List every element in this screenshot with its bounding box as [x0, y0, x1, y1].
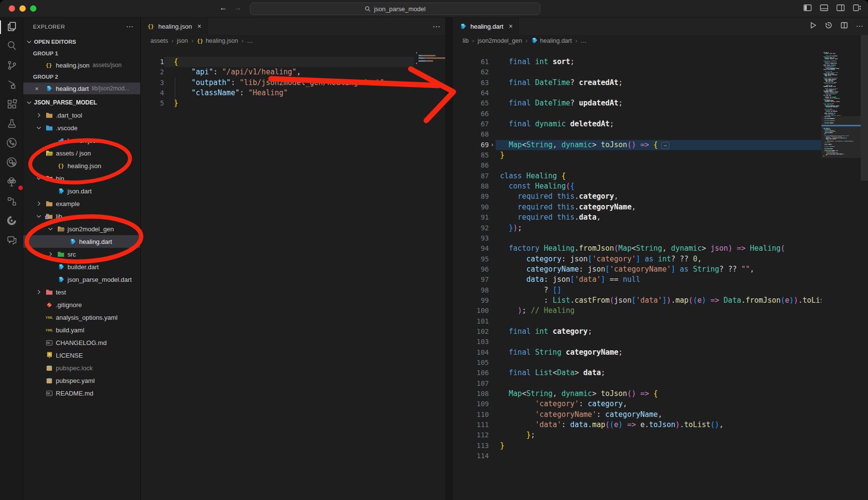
- tree-item-src[interactable]: src: [23, 248, 140, 260]
- line-number: 106: [453, 368, 489, 378]
- breadcrumb-item[interactable]: assets: [150, 37, 168, 44]
- activity-item-search[interactable]: [0, 37, 23, 56]
- json-editor[interactable]: 1{2 "api": "/api/v1/healing",3 "outpath"…: [141, 47, 445, 500]
- breadcrumb-item[interactable]: …: [581, 37, 587, 44]
- editor-sash[interactable]: [445, 17, 453, 500]
- tree-item-json-dart[interactable]: json.dart: [23, 185, 140, 197]
- tab-healing-dart[interactable]: healing.dart ×: [453, 17, 519, 35]
- fold-gutter: [489, 243, 496, 254]
- activity-item-todo-tree[interactable]: [0, 173, 23, 192]
- open-editor-item-healing.json[interactable]: {}healing.jsonassets/json: [23, 59, 140, 71]
- activity-item-swirl[interactable]: [0, 212, 23, 231]
- breadcrumb-item[interactable]: …: [247, 37, 253, 44]
- activity-item-source-control[interactable]: [0, 56, 23, 76]
- tree-item-assets-json[interactable]: assets / json: [23, 147, 140, 159]
- minimap-line: [827, 66, 832, 67]
- tree-item-bin[interactable]: bin: [23, 172, 140, 185]
- folder-src-icon: [57, 250, 65, 258]
- fold-chevron-icon[interactable]: ›: [489, 140, 496, 150]
- zoom-window-icon[interactable]: [30, 5, 36, 12]
- split-editor-icon[interactable]: [840, 21, 848, 31]
- code-text: [496, 337, 868, 347]
- editor-group-json[interactable]: {} healing.json × ⋯ assets›json›{}healin…: [141, 17, 445, 500]
- tree-item-lib[interactable]: lib: [23, 210, 140, 223]
- tree-item-healing-json[interactable]: {}healing.json: [23, 159, 140, 172]
- open-editors-group-label: GROUP 1: [23, 48, 140, 59]
- activity-item-testing[interactable]: [0, 115, 23, 134]
- tree-item--vscode[interactable]: .vscode: [23, 121, 140, 134]
- close-icon[interactable]: ×: [35, 85, 42, 92]
- editor-group-dart[interactable]: healing.dart × ⋯ lib›json2model_gen›heal…: [453, 17, 868, 500]
- tree-item-builder-dart[interactable]: builder.dart: [23, 260, 140, 273]
- open-editors-group-label: GROUP 2: [23, 71, 140, 83]
- tree-item--gitignore[interactable]: .gitignore: [23, 298, 140, 311]
- minimap-line: [828, 83, 831, 84]
- breadcrumb-item[interactable]: {}healing.json: [197, 37, 238, 44]
- activity-item-explorer[interactable]: [0, 17, 23, 37]
- minimap-line: [830, 69, 835, 70]
- editor-more-icon[interactable]: ⋯: [433, 22, 440, 31]
- activity-item-extensions[interactable]: [0, 95, 23, 115]
- minimap-line: [434, 55, 435, 56]
- minimap[interactable]: [414, 47, 445, 500]
- close-tab-icon[interactable]: ×: [197, 22, 201, 30]
- fold-gutter: [489, 399, 496, 409]
- activity-item-run-debug[interactable]: [0, 76, 23, 95]
- command-center-search[interactable]: json_parse_model: [250, 2, 540, 15]
- tree-item--dart-tool[interactable]: .dart_tool: [23, 109, 140, 121]
- explorer-more-icon[interactable]: ⋯: [126, 22, 134, 31]
- tree-item-json2model-gen[interactable]: json2model_gen: [23, 223, 140, 235]
- close-window-icon[interactable]: [9, 5, 15, 12]
- tree-item-build-yaml[interactable]: YMLbuild.yaml: [23, 324, 140, 336]
- project-root[interactable]: JSON_PARSE_MODEL: [23, 96, 140, 109]
- tree-item-pubspec-lock[interactable]: pubspec.lock: [23, 362, 140, 374]
- activity-item-chat[interactable]: [0, 231, 23, 251]
- history-icon[interactable]: [825, 21, 833, 31]
- minimap-line: [825, 101, 830, 102]
- tree-item-test[interactable]: test: [23, 286, 140, 298]
- layout-sidebar-left-icon[interactable]: [803, 4, 812, 12]
- chevron-down-icon: [35, 175, 43, 182]
- minimap-line: [418, 55, 422, 56]
- tree-item-analysis-options-yaml[interactable]: YMLanalysis_options.yaml: [23, 311, 140, 324]
- tree-item-label: README.md: [56, 390, 93, 397]
- tree-item-example[interactable]: example: [23, 197, 140, 210]
- layout-panel-bottom-icon[interactable]: [820, 4, 828, 12]
- tree-item-healing-dart[interactable]: healing.dart: [23, 235, 140, 248]
- close-tab-icon[interactable]: ×: [509, 22, 513, 30]
- breadcrumb-item[interactable]: json2model_gen: [478, 37, 522, 44]
- tree-item-json-parse-model-dart[interactable]: json_parse_model.dart: [23, 273, 140, 286]
- activity-item-gitlens-inspect[interactable]: [0, 154, 23, 173]
- more-icon[interactable]: ⋯: [856, 22, 863, 31]
- tree-item-changelog-md[interactable]: M↓CHANGELOG.md: [23, 336, 140, 349]
- activity-item-gitlens[interactable]: [0, 134, 23, 154]
- scrollbar[interactable]: [861, 35, 868, 181]
- code-text: });: [496, 223, 868, 233]
- activity-item-project-blocks[interactable]: [0, 192, 23, 212]
- breadcrumb[interactable]: lib›json2model_gen›healing.dart›…: [453, 35, 868, 47]
- breadcrumb[interactable]: assets›json›{}healing.json›…: [141, 35, 445, 47]
- run-icon[interactable]: [809, 21, 817, 31]
- back-icon[interactable]: ←: [219, 3, 227, 12]
- fold-gutter: [489, 150, 496, 160]
- breadcrumb-item[interactable]: lib: [463, 37, 469, 44]
- dart-editor[interactable]: 61 final int sort;6263 final DateTime? c…: [453, 47, 868, 500]
- layout-sidebar-right-icon[interactable]: [836, 4, 845, 12]
- traffic-lights[interactable]: [9, 5, 36, 12]
- breadcrumb-item[interactable]: healing.dart: [531, 37, 572, 45]
- tree-item-label: pubspec.yaml: [56, 377, 95, 384]
- tree-item-readme-md[interactable]: M↓README.md: [23, 387, 140, 399]
- open-editors-header[interactable]: OPEN EDITORS: [23, 36, 140, 48]
- line-number: 96: [453, 264, 489, 275]
- layout-customize-icon[interactable]: [853, 4, 861, 12]
- tree-item-launch-json[interactable]: launch.json: [23, 134, 140, 147]
- tree-item-license[interactable]: LICENSE: [23, 349, 140, 362]
- breadcrumb-item[interactable]: json: [177, 37, 188, 44]
- tree-item-label: builder.dart: [67, 263, 99, 271]
- tree-item-pubspec-yaml[interactable]: pubspec.yaml: [23, 374, 140, 387]
- chevron-right-icon: [47, 251, 54, 258]
- minimize-window-icon[interactable]: [19, 5, 26, 12]
- tree-item-label: CHANGELOG.md: [56, 339, 107, 346]
- open-editor-item-healing.dart[interactable]: ×healing.dartlib/json2mod...: [23, 83, 140, 94]
- tab-healing-json[interactable]: {} healing.json ×: [141, 17, 208, 35]
